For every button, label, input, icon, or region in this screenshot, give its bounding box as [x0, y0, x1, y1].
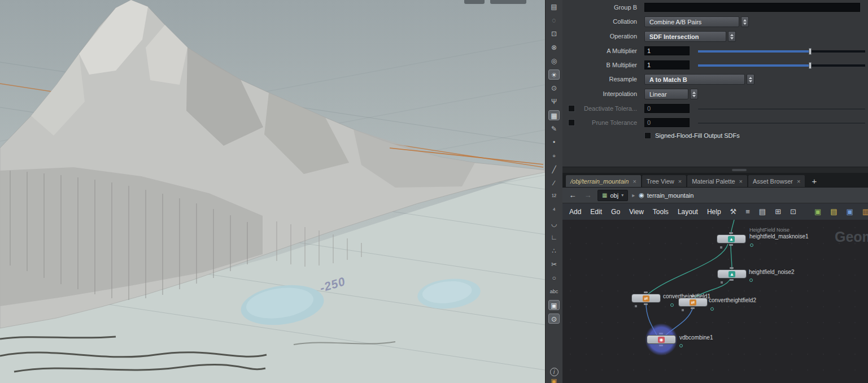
node-vdbcombine1[interactable]: ◉ — [647, 335, 676, 344]
stroke-icon[interactable]: ╱ — [548, 164, 560, 175]
pane-splitter[interactable] — [562, 167, 868, 173]
four-icon[interactable]: ⁴ — [548, 205, 560, 215]
notes-icon[interactable]: ▤ — [830, 207, 837, 216]
image-icon[interactable]: ▣ — [548, 300, 560, 310]
menu-view[interactable]: View — [629, 208, 644, 216]
scoop-icon[interactable]: ◡ — [548, 219, 560, 229]
menu-list-icon[interactable]: ▤ — [759, 207, 766, 216]
node-name-label[interactable]: convertheightfield2 — [709, 297, 756, 303]
viewport-top-control[interactable] — [464, 0, 485, 4]
transform-12-icon[interactable]: ¹² — [548, 192, 560, 202]
close-icon[interactable]: × — [678, 178, 682, 185]
tab-obj-terrain-mountain[interactable]: /obj/terrain_mountain × — [566, 175, 641, 187]
terrain-brush-icon[interactable]: ▦ — [548, 110, 560, 120]
tab-tree-view[interactable]: Tree View × — [642, 175, 686, 187]
node-convertheightfield2[interactable]: ⇄ — [678, 298, 708, 307]
wrench-icon[interactable]: ⚒ — [730, 207, 737, 216]
delete-icon[interactable]: ⊗ — [548, 42, 560, 53]
sculpt-icon[interactable]: ✎ — [548, 124, 560, 134]
resample-dropdown[interactable]: A to Match B — [644, 74, 745, 85]
layers-icon[interactable]: ▤ — [548, 2, 560, 12]
param-label: Group B — [562, 4, 637, 11]
close-icon[interactable]: × — [797, 178, 800, 185]
abc-icon[interactable]: abc — [548, 286, 560, 297]
image-plane-icon[interactable]: ▣ — [847, 207, 853, 216]
tab-material-palette[interactable]: Material Palette × — [687, 175, 747, 187]
small-dot-icon[interactable]: ∘ — [548, 151, 560, 161]
collation-spinner[interactable] — [741, 16, 749, 27]
prune-tolerance-input[interactable] — [644, 118, 690, 127]
param-row-operation: Operation SDF Intersection — [562, 31, 868, 43]
forward-button[interactable]: → — [582, 190, 594, 201]
collation-value: Combine A/B Pairs — [649, 19, 701, 25]
knife-icon[interactable]: ∕ — [548, 178, 560, 188]
3d-viewport[interactable]: -250 — [0, 0, 545, 383]
tab-label: Tree View — [647, 178, 674, 185]
param-row-b-multiplier: B Multiplier — [562, 60, 868, 72]
disabled-slider-track — [698, 108, 865, 110]
interpolation-spinner[interactable] — [690, 89, 698, 99]
grid-icon[interactable]: ⊞ — [775, 207, 781, 216]
headlight-icon[interactable]: ☀ — [548, 69, 560, 80]
lock-icon[interactable]: ⊡ — [548, 29, 560, 39]
splitter-grip[interactable] — [732, 169, 747, 171]
b-multiplier-slider[interactable] — [698, 64, 865, 67]
param-row-a-multiplier: A Multiplier — [562, 46, 868, 58]
info-icon[interactable]: i — [550, 368, 559, 376]
node-name-label[interactable]: vdbcombine1 — [679, 334, 713, 341]
scissors-icon[interactable]: ✂ — [548, 259, 560, 269]
operation-spinner[interactable] — [728, 31, 736, 42]
b-multiplier-input[interactable] — [644, 60, 690, 69]
network-path-bar: ← → ▦ obj ▾ ▸ ◉ terrain_mountain — [562, 187, 868, 203]
magnifier-icon[interactable]: ◎ — [548, 56, 560, 66]
param-label: Interpolation — [562, 90, 637, 97]
partial-bottom-icon[interactable]: ▣ — [548, 376, 560, 383]
param-label: Collation — [562, 18, 637, 25]
circle-icon[interactable]: ○ — [548, 273, 560, 283]
interpolation-dropdown[interactable]: Linear — [644, 89, 688, 99]
grid-detail-icon[interactable]: ⊡ — [790, 207, 796, 216]
scatter-icon[interactable]: ∴ — [548, 246, 560, 256]
shelf-icon[interactable]: ▥ — [862, 207, 868, 216]
snapshot-icon[interactable]: ▣ — [814, 207, 821, 216]
network-editor[interactable]: Geom — [562, 220, 868, 383]
node-name-label[interactable]: heightfield_masknoise1 — [749, 233, 809, 240]
character-icon[interactable]: Ψ — [548, 97, 560, 107]
dot-icon[interactable]: • — [548, 137, 560, 147]
slider-handle[interactable] — [809, 48, 812, 55]
menu-edit[interactable]: Edit — [590, 208, 602, 216]
resample-spinner[interactable] — [747, 74, 754, 85]
menu-tools[interactable]: Tools — [653, 208, 669, 216]
operation-dropdown[interactable]: SDF Intersection — [644, 31, 726, 42]
node-convertheightfield1[interactable]: ⇄ — [631, 294, 661, 303]
menu-help[interactable]: Help — [707, 208, 721, 216]
group-b-input[interactable] — [644, 3, 860, 12]
menu-go[interactable]: Go — [611, 208, 620, 216]
breadcrumb-terrain-mountain[interactable]: ◉ terrain_mountain — [639, 192, 693, 199]
new-tab-button[interactable]: + — [809, 176, 819, 187]
obj-breadcrumb-button[interactable]: ▦ obj ▾ — [597, 190, 628, 201]
close-icon[interactable]: × — [633, 178, 636, 185]
resample-value: A to Match B — [649, 76, 687, 83]
close-icon[interactable]: × — [739, 178, 743, 185]
slider-handle[interactable] — [809, 62, 812, 69]
signed-flood-fill-checkbox[interactable] — [644, 132, 651, 139]
node-heightfield-masknoise1[interactable]: ▲ — [717, 234, 746, 243]
param-label: B Multiplier — [562, 62, 637, 68]
a-multiplier-input[interactable] — [644, 46, 690, 55]
sort-icon[interactable]: ≡ — [745, 207, 750, 216]
spotlight-icon[interactable]: ⊙ — [548, 314, 560, 324]
tab-asset-browser[interactable]: Asset Browser × — [748, 175, 805, 187]
deactivate-tolerance-input[interactable] — [644, 104, 690, 113]
node-name-label[interactable]: heightfield_noise2 — [749, 269, 795, 275]
viewport-top-control-2[interactable] — [490, 0, 526, 4]
ruler-icon[interactable]: ∟ — [548, 232, 560, 242]
collation-dropdown[interactable]: Combine A/B Pairs — [644, 16, 739, 27]
menu-layout[interactable]: Layout — [678, 208, 698, 216]
menu-add[interactable]: Add — [569, 208, 581, 216]
node-heightfield-noise2[interactable]: ▲ — [717, 269, 747, 278]
lasso-select-icon[interactable]: ◌ — [548, 15, 560, 25]
back-button[interactable]: ← — [567, 190, 578, 201]
a-multiplier-slider[interactable] — [698, 50, 865, 53]
bulb-icon[interactable]: ⊙ — [548, 83, 560, 93]
